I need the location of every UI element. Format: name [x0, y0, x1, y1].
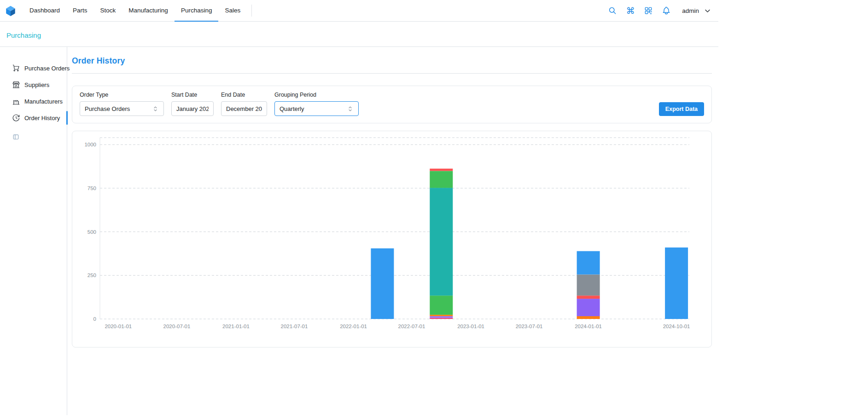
order-type-value: Purchase Orders — [85, 105, 130, 112]
end-date-label: End Date — [221, 92, 267, 98]
shopping-cart-icon — [12, 64, 20, 72]
tab-label: Purchasing — [181, 7, 212, 14]
tab-label: Stock — [100, 7, 116, 14]
tab-purchasing[interactable]: Purchasing — [175, 0, 219, 22]
sidebar-item-label: Order History — [24, 115, 60, 122]
breadcrumb[interactable]: Purchasing — [6, 31, 41, 39]
svg-text:2023-01-01: 2023-01-01 — [457, 324, 484, 329]
chart-card: 025050075010002020-01-012020-07-012021-0… — [72, 131, 712, 348]
app-logo[interactable] — [5, 0, 17, 21]
app-window: Dashboard Parts Stock Manufacturing Purc… — [0, 0, 718, 415]
username: admin — [682, 7, 699, 14]
user-menu[interactable]: admin — [682, 7, 711, 14]
sidebar-collapse-icon[interactable] — [12, 133, 19, 140]
start-date-label: Start Date — [171, 92, 214, 98]
scan-qr-icon[interactable] — [643, 6, 653, 16]
svg-text:500: 500 — [87, 229, 96, 235]
navbar-actions: ⌘ admin — [607, 0, 711, 21]
tab-label: Manufacturing — [128, 7, 168, 14]
filter-panel: Order Type Purchase Orders Start Date En… — [72, 86, 712, 123]
grouping-period-select[interactable]: Quarterly — [274, 101, 359, 116]
order-history-chart: 025050075010002020-01-012020-07-012021-0… — [77, 137, 707, 342]
svg-text:2022-07-01: 2022-07-01 — [398, 324, 425, 329]
selector-icon — [152, 105, 159, 112]
order-type-label: Order Type — [80, 92, 164, 98]
order-type-field: Order Type Purchase Orders — [80, 92, 164, 116]
sidebar-item-label: Manufacturers — [24, 98, 63, 105]
factory-icon — [12, 97, 20, 105]
title-divider — [72, 73, 712, 74]
svg-text:2022-01-01: 2022-01-01 — [340, 324, 367, 329]
svg-text:0: 0 — [93, 316, 96, 322]
history-icon — [12, 114, 20, 122]
nav-divider — [251, 5, 252, 17]
svg-text:250: 250 — [87, 272, 96, 278]
breadcrumb-bar: Purchasing — [0, 22, 718, 47]
sidebar-item-purchase-orders[interactable]: Purchase Orders — [0, 60, 67, 76]
building-store-icon — [12, 81, 20, 89]
order-history-panel: Order History Order Type Purchase Orders… — [67, 47, 718, 415]
chevron-down-icon — [704, 7, 711, 14]
svg-text:2020-07-01: 2020-07-01 — [163, 324, 191, 329]
svg-text:750: 750 — [87, 185, 96, 191]
tab-parts[interactable]: Parts — [66, 0, 94, 22]
tab-label: Dashboard — [29, 7, 60, 14]
selector-icon — [347, 105, 354, 112]
tab-dashboard[interactable]: Dashboard — [23, 0, 66, 22]
end-date-input[interactable] — [221, 101, 267, 116]
tab-label: Sales — [225, 7, 240, 14]
svg-text:2024-10-01: 2024-10-01 — [663, 324, 690, 329]
command-icon[interactable]: ⌘ — [625, 6, 635, 16]
grouping-period-field: Grouping Period Quarterly — [274, 92, 359, 116]
start-date-input[interactable] — [171, 101, 214, 116]
svg-text:2024-01-01: 2024-01-01 — [575, 324, 602, 329]
tab-manufacturing[interactable]: Manufacturing — [122, 0, 175, 22]
sidebar-item-label: Purchase Orders — [24, 65, 70, 72]
page-title: Order History — [72, 56, 712, 66]
order-type-select[interactable]: Purchase Orders — [80, 101, 164, 116]
sidebar-item-manufacturers[interactable]: Manufacturers — [0, 93, 67, 110]
svg-text:2020-01-01: 2020-01-01 — [105, 324, 132, 329]
grouping-period-value: Quarterly — [280, 105, 304, 112]
inventree-logo-icon — [5, 5, 17, 17]
tab-sales[interactable]: Sales — [218, 0, 247, 22]
search-icon[interactable] — [607, 6, 618, 16]
top-navbar: Dashboard Parts Stock Manufacturing Purc… — [0, 0, 718, 22]
start-date-field: Start Date — [171, 92, 214, 116]
svg-text:2021-01-01: 2021-01-01 — [222, 324, 250, 329]
main-nav-tabs: Dashboard Parts Stock Manufacturing Purc… — [23, 0, 252, 21]
svg-text:2021-07-01: 2021-07-01 — [281, 324, 308, 329]
sidebar-item-suppliers[interactable]: Suppliers — [0, 76, 67, 93]
sidebar-item-label: Suppliers — [24, 81, 49, 88]
export-data-button[interactable]: Export Data — [659, 102, 704, 116]
bell-icon[interactable] — [661, 6, 671, 16]
purchasing-sidebar: Purchase Orders Suppliers Manufacturers — [0, 47, 67, 415]
sidebar-item-order-history[interactable]: Order History — [0, 110, 67, 126]
svg-text:2023-07-01: 2023-07-01 — [516, 324, 543, 329]
end-date-field: End Date — [221, 92, 267, 116]
grouping-period-label: Grouping Period — [274, 92, 359, 98]
tab-label: Parts — [73, 7, 87, 14]
svg-text:1000: 1000 — [84, 142, 96, 147]
tab-stock[interactable]: Stock — [94, 0, 122, 22]
